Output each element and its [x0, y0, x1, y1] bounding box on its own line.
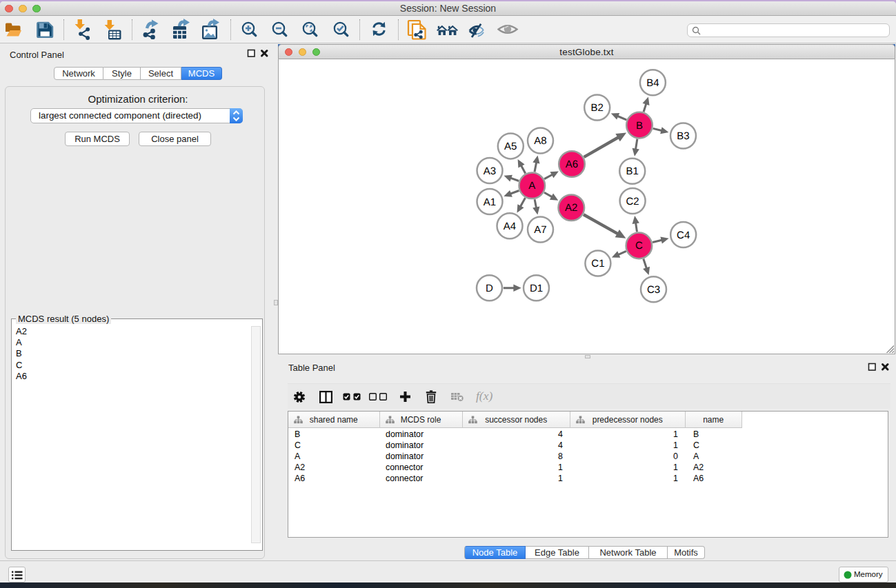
svg-text:A6: A6 — [566, 159, 578, 170]
svg-text:C: C — [635, 240, 643, 252]
svg-text:A5: A5 — [504, 141, 517, 152]
svg-text:A: A — [528, 180, 535, 192]
svg-text:B3: B3 — [677, 130, 689, 142]
svg-text:B: B — [636, 120, 643, 132]
svg-text:C1: C1 — [591, 258, 604, 270]
svg-text:A7: A7 — [534, 224, 546, 236]
svg-text:A8: A8 — [534, 135, 546, 147]
svg-text:A4: A4 — [504, 221, 516, 232]
svg-text:A1: A1 — [484, 196, 496, 208]
svg-text:C4: C4 — [677, 230, 690, 241]
svg-text:C3: C3 — [647, 284, 660, 296]
svg-text:D: D — [486, 283, 493, 294]
svg-text:B1: B1 — [626, 165, 639, 177]
svg-text:D1: D1 — [530, 283, 543, 294]
svg-text:B2: B2 — [591, 102, 604, 114]
svg-text:B4: B4 — [646, 77, 659, 89]
svg-text:A3: A3 — [484, 165, 496, 177]
svg-text:A2: A2 — [565, 202, 577, 214]
svg-text:C2: C2 — [626, 196, 639, 207]
